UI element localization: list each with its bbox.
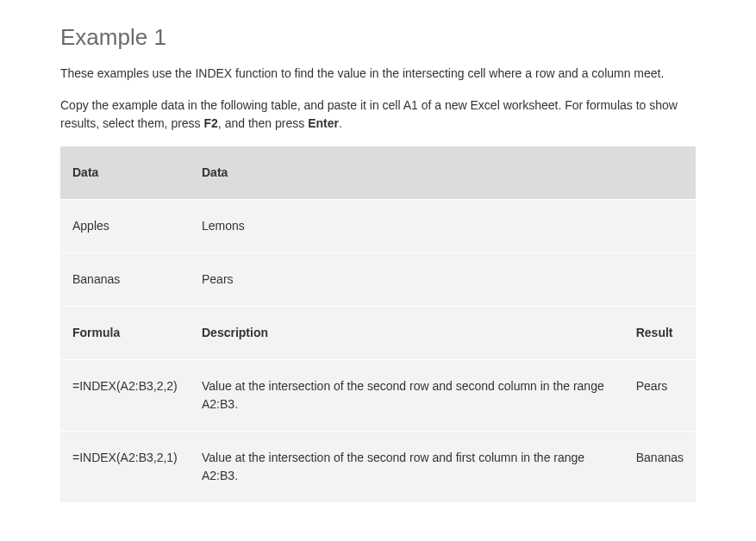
table-subheader-cell: Formula (60, 307, 190, 360)
table-header-cell: Data (60, 146, 190, 200)
table-cell: =INDEX(A2:B3,2,1) (60, 432, 190, 503)
table-row: Formula Description Result (60, 307, 696, 360)
table-cell (624, 253, 696, 307)
table-cell: Bananas (624, 432, 696, 503)
table-row: Apples Lemons (60, 200, 696, 253)
table-row: =INDEX(A2:B3,2,2) Value at the intersect… (60, 360, 696, 432)
table-header-cell (624, 146, 696, 200)
intro-paragraph: These examples use the INDEX function to… (60, 65, 696, 83)
instructions-paragraph: Copy the example data in the following t… (60, 96, 696, 133)
table-cell: Apples (60, 200, 190, 253)
table-header-cell: Data (190, 146, 624, 200)
instructions-text-prefix: Copy the example data in the following t… (60, 98, 678, 130)
table-subheader-cell: Result (624, 307, 696, 360)
table-row: Bananas Pears (60, 253, 696, 307)
table-subheader-cell: Description (190, 307, 624, 360)
table-cell: Pears (624, 360, 696, 432)
key-enter: Enter (308, 116, 339, 130)
table-cell: Lemons (190, 200, 624, 253)
table-cell: Pears (190, 253, 624, 307)
example-table: Data Data Apples Lemons Bananas Pears Fo… (60, 146, 696, 503)
instructions-text-suffix: . (339, 116, 342, 130)
instructions-text-mid: , and then press (218, 116, 308, 130)
table-cell: Value at the intersection of the second … (190, 360, 624, 432)
table-cell: =INDEX(A2:B3,2,2) (60, 360, 190, 432)
table-cell (624, 200, 696, 253)
table-cell: Bananas (60, 253, 190, 307)
key-f2: F2 (204, 116, 218, 130)
table-row: =INDEX(A2:B3,2,1) Value at the intersect… (60, 432, 696, 503)
table-cell: Value at the intersection of the second … (190, 432, 624, 503)
example-heading: Example 1 (60, 24, 696, 51)
table-header-row: Data Data (60, 146, 696, 200)
